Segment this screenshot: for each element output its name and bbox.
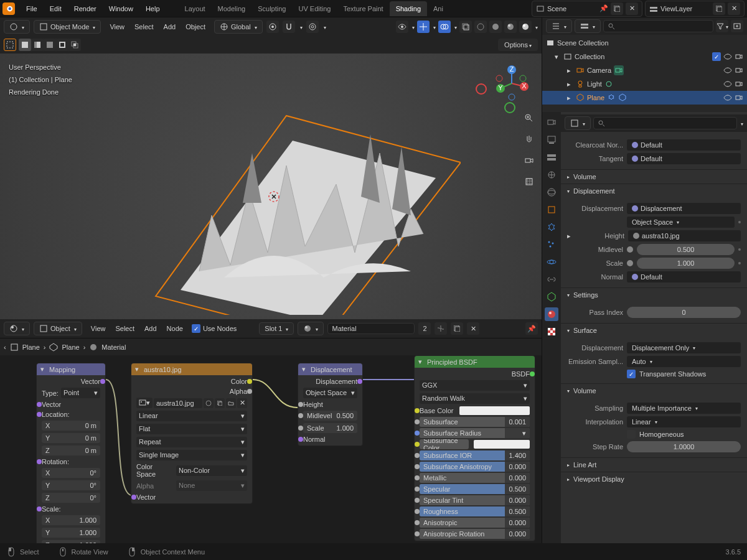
- nav-circle-icon[interactable]: [504, 102, 515, 113]
- type-dropdown[interactable]: Point▾: [61, 388, 100, 398]
- workspace-tab-sculpting[interactable]: Sculpting: [251, 1, 292, 16]
- tab-data[interactable]: [545, 290, 558, 304]
- workspace-tab-texture-paint[interactable]: Texture Paint: [337, 1, 389, 16]
- eye-icon[interactable]: [723, 80, 732, 88]
- workspace-tab-ani[interactable]: Ani: [427, 1, 449, 16]
- path-object[interactable]: Plane: [22, 343, 40, 351]
- bsdf-metallic-field[interactable]: Metallic0.000: [420, 473, 530, 483]
- viewlayer-selector[interactable]: ✕: [645, 1, 745, 17]
- editor-type-dropdown[interactable]: [4, 20, 30, 34]
- shading-material-icon[interactable]: [504, 21, 517, 33]
- shading-solid-icon[interactable]: [489, 21, 502, 33]
- props-options-dropdown[interactable]: [740, 119, 743, 127]
- scene-selector[interactable]: 📌 ✕: [532, 1, 642, 17]
- sampling-dropdown[interactable]: Multiple Importance: [627, 403, 741, 414]
- node-menu-add[interactable]: Add: [139, 322, 162, 335]
- tab-particles[interactable]: [545, 238, 558, 251]
- tab-modifiers[interactable]: [545, 220, 558, 234]
- bsdf-specular-tint-field[interactable]: Specular Tint0.000: [420, 495, 530, 505]
- subsurface-color-swatch[interactable]: [474, 440, 530, 449]
- new-scene-icon[interactable]: [611, 2, 623, 15]
- collection-row[interactable]: Collection ✓: [542, 50, 747, 63]
- material-name-field[interactable]: [327, 323, 415, 334]
- use-nodes-checkbox[interactable]: ✓Use Nodes: [192, 324, 237, 333]
- modifier-icon[interactable]: [607, 93, 616, 102]
- select-mode-subtract-icon[interactable]: [44, 39, 56, 51]
- pin-icon[interactable]: 📌: [599, 4, 608, 12]
- tab-world[interactable]: [545, 185, 558, 199]
- shading-rendered-icon[interactable]: [519, 21, 532, 33]
- outliner-item-camera[interactable]: Camera: [542, 63, 747, 77]
- tab-material[interactable]: [545, 307, 558, 321]
- new-image-icon[interactable]: [215, 398, 225, 408]
- visibility-dropdown[interactable]: [411, 23, 415, 30]
- xyz-field[interactable]: X1.000: [42, 515, 100, 525]
- tab-viewlayer[interactable]: [545, 151, 558, 164]
- displacement-panel-header[interactable]: Displacement: [561, 184, 747, 198]
- node-header[interactable]: Mapping: [37, 363, 105, 375]
- node-menu-view[interactable]: View: [86, 322, 111, 335]
- node-menu-node[interactable]: Node: [162, 322, 188, 335]
- delete-scene-icon[interactable]: ✕: [626, 2, 638, 15]
- displacement-space-dropdown[interactable]: Object Space: [627, 217, 735, 228]
- material-selector[interactable]: [298, 322, 324, 335]
- workspace-tab-modeling[interactable]: Modeling: [212, 1, 252, 16]
- scene-name-input[interactable]: [547, 5, 597, 12]
- socket-vector-in[interactable]: Vector: [42, 401, 61, 408]
- projection-dropdown[interactable]: Flat▾: [136, 424, 247, 434]
- step-rate-field[interactable]: 1.0000: [627, 441, 741, 452]
- image-name-field[interactable]: austra10.jpg: [154, 398, 202, 408]
- orientation-dropdown[interactable]: Global: [214, 20, 263, 34]
- eye-icon[interactable]: [723, 52, 732, 61]
- view3d-menu-view[interactable]: View: [105, 21, 129, 33]
- volume-settings-panel-header[interactable]: Volume: [561, 383, 747, 398]
- select-mode-new-icon[interactable]: [19, 39, 31, 51]
- displacement-mode-dropdown[interactable]: Displacement Only: [627, 342, 741, 353]
- xyz-field[interactable]: Y1.000: [42, 528, 100, 538]
- bsdf-anisotropic-field[interactable]: Anisotropic0.000: [420, 518, 530, 528]
- viewport-display-panel-header[interactable]: Viewport Display: [561, 472, 747, 486]
- node-mapping[interactable]: Mapping Vector Type:Point▾ Vector Locati…: [36, 363, 106, 543]
- surface-panel-header[interactable]: Surface: [561, 323, 747, 337]
- height-link-field[interactable]: austra10.jpg: [628, 230, 741, 241]
- xray-icon[interactable]: [459, 21, 472, 33]
- xyz-field[interactable]: Z0 m: [42, 446, 100, 455]
- menu-window[interactable]: Window: [103, 2, 139, 15]
- source-dropdown[interactable]: Single Image▾: [136, 450, 247, 460]
- filter-icon[interactable]: [716, 20, 728, 32]
- bsdf-subsurface-field[interactable]: Subsurface0.001: [420, 417, 530, 427]
- emission-sampling-dropdown[interactable]: Auto: [627, 356, 741, 367]
- socket-normal-in[interactable]: Normal: [303, 436, 325, 443]
- mode-dropdown[interactable]: Object Mode: [34, 20, 101, 34]
- menu-help[interactable]: Help: [139, 2, 166, 15]
- displacement-link-field[interactable]: Displacement: [627, 203, 741, 214]
- snap-icon[interactable]: [283, 21, 295, 33]
- new-collection-icon[interactable]: [731, 20, 743, 32]
- node-header[interactable]: Principled BSDF: [415, 356, 535, 368]
- node-menu-select[interactable]: Select: [110, 322, 139, 335]
- node-editor-type-dropdown[interactable]: [4, 322, 30, 335]
- midlevel-field[interactable]: Midlevel0.500: [303, 411, 357, 421]
- normal-field[interactable]: Default: [627, 271, 741, 282]
- workspace-tab-layout[interactable]: Layout: [179, 1, 212, 16]
- tab-render[interactable]: [545, 116, 558, 129]
- props-editor-dropdown[interactable]: [565, 116, 591, 130]
- menu-edit[interactable]: Edit: [44, 2, 68, 15]
- camera-icon[interactable]: [735, 80, 743, 88]
- unlink-image-icon[interactable]: ✕: [237, 398, 247, 408]
- node-header[interactable]: austra10.jpg: [131, 363, 252, 375]
- colorspace-dropdown[interactable]: Non-Color▾: [176, 465, 247, 476]
- delete-viewlayer-icon[interactable]: ✕: [728, 2, 740, 15]
- view3d-menu-add[interactable]: Add: [159, 21, 181, 33]
- base-color-swatch[interactable]: [459, 406, 530, 415]
- outliner-item-light[interactable]: Light: [542, 77, 747, 91]
- tab-output[interactable]: [545, 133, 558, 147]
- image-users-icon[interactable]: [204, 398, 214, 408]
- zoom-icon[interactable]: [520, 110, 538, 127]
- select-mode-invert-icon[interactable]: [56, 39, 68, 51]
- xyz-field[interactable]: X0°: [42, 468, 100, 478]
- homogeneous-checkbox[interactable]: [627, 430, 636, 439]
- xyz-field[interactable]: X0 m: [42, 421, 100, 431]
- new-viewlayer-icon[interactable]: [713, 2, 725, 15]
- bsdf-roughness-field[interactable]: Roughness0.500: [420, 506, 530, 516]
